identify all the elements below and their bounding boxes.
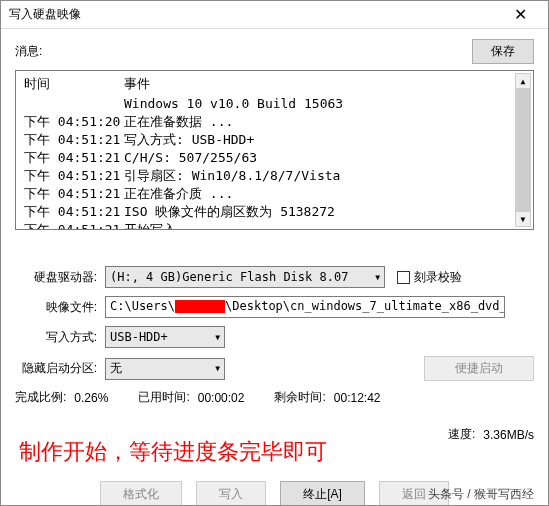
drive-row: 硬盘驱动器: (H:, 4 GB)Generic Flash Disk 8.07… (15, 266, 534, 288)
log-event: 写入方式: USB-HDD+ (124, 131, 254, 149)
percent-label: 完成比例: (15, 389, 66, 406)
mode-row: 写入方式: USB-HDD+ ▼ (15, 326, 534, 348)
hidden-partition-select[interactable]: 无 ▼ (105, 358, 225, 380)
image-row: 映像文件: C:\Users\\Desktop\cn_windows_7_ult… (15, 296, 534, 318)
image-label: 映像文件: (15, 299, 105, 316)
log-time: 下午 04:51:21 (24, 131, 124, 149)
scroll-up-icon[interactable]: ▲ (515, 73, 531, 89)
image-path-prefix: C:\Users\ (110, 299, 175, 313)
log-event: 开始写入 ... (124, 221, 207, 230)
speed-value: 3.36MB/s (483, 428, 534, 442)
image-path-suffix: \Desktop\cn_windows_7_ultimate_x86_dvd_x… (225, 299, 505, 313)
write-button: 写入 (196, 481, 266, 506)
redacted-block (175, 300, 225, 313)
chevron-down-icon: ▼ (215, 364, 220, 373)
log-box: 时间 事件 Windows 10 v10.0 Build 15063下午 04:… (15, 70, 534, 230)
footer-credit: 头条号 / 猴哥写西经 (428, 486, 534, 503)
speed-label: 速度: (448, 426, 475, 443)
convenient-boot-button: 便捷启动 (424, 356, 534, 381)
checkbox-icon (397, 271, 410, 284)
log-line: 下午 04:51:21开始写入 ... (24, 221, 525, 230)
log-line: 下午 04:51:21正在准备介质 ... (24, 185, 525, 203)
stop-button[interactable]: 终止[A] (280, 481, 365, 506)
scroll-down-icon[interactable]: ▼ (515, 211, 531, 227)
log-time (24, 95, 124, 113)
log-time: 下午 04:51:21 (24, 167, 124, 185)
close-icon[interactable]: ✕ (500, 1, 540, 29)
log-line: 下午 04:51:21ISO 映像文件的扇区数为 5138272 (24, 203, 525, 221)
form-section: 硬盘驱动器: (H:, 4 GB)Generic Flash Disk 8.07… (15, 266, 534, 506)
message-label: 消息: (15, 43, 472, 60)
elapsed-label: 已用时间: (138, 389, 189, 406)
log-time: 下午 04:51:21 (24, 149, 124, 167)
window-title: 写入硬盘映像 (9, 6, 500, 23)
mode-value: USB-HDD+ (110, 330, 168, 344)
save-button[interactable]: 保存 (472, 39, 534, 64)
log-event: C/H/S: 507/255/63 (124, 149, 257, 167)
verify-label: 刻录校验 (414, 269, 462, 286)
format-button: 格式化 (100, 481, 182, 506)
elapsed-value: 00:00:02 (198, 391, 245, 405)
log-header: 时间 事件 (24, 75, 525, 93)
percent-value: 0.26% (74, 391, 108, 405)
log-time: 下午 04:51:20 (24, 113, 124, 131)
log-line: Windows 10 v10.0 Build 15063 (24, 95, 525, 113)
message-row: 消息: 保存 (15, 39, 534, 64)
hidden-row: 隐藏启动分区: 无 ▼ 便捷启动 (15, 356, 534, 381)
drive-select[interactable]: (H:, 4 GB)Generic Flash Disk 8.07 ▼ (105, 266, 385, 288)
progress-row: 完成比例: 0.26% 已用时间: 00:00:02 剩余时间: 00:12:4… (15, 389, 534, 406)
log-line: 下午 04:51:21C/H/S: 507/255/63 (24, 149, 525, 167)
scroll-track[interactable] (515, 89, 531, 211)
write-mode-select[interactable]: USB-HDD+ ▼ (105, 326, 225, 348)
log-event: 正在准备数据 ... (124, 113, 233, 131)
scroll-thumb[interactable] (515, 89, 531, 211)
log-header-event: 事件 (124, 75, 150, 93)
drive-label: 硬盘驱动器: (15, 269, 105, 286)
log-time: 下午 04:51:21 (24, 203, 124, 221)
log-event: 引导扇区: Win10/8.1/8/7/Vista (124, 167, 340, 185)
log-line: 下午 04:51:20正在准备数据 ... (24, 113, 525, 131)
log-event: Windows 10 v10.0 Build 15063 (124, 95, 343, 113)
overlay-annotation: 制作开始，等待进度条完毕即可 (19, 437, 327, 467)
log-event: ISO 映像文件的扇区数为 5138272 (124, 203, 335, 221)
log-header-time: 时间 (24, 75, 124, 93)
hidden-value: 无 (110, 360, 122, 377)
log-line: 下午 04:51:21引导扇区: Win10/8.1/8/7/Vista (24, 167, 525, 185)
chevron-down-icon: ▼ (215, 333, 220, 342)
remaining-value: 00:12:42 (334, 391, 381, 405)
titlebar: 写入硬盘映像 ✕ (1, 1, 548, 29)
log-line: 下午 04:51:21写入方式: USB-HDD+ (24, 131, 525, 149)
log-time: 下午 04:51:21 (24, 185, 124, 203)
scrollbar[interactable]: ▲ ▼ (515, 73, 531, 227)
verify-checkbox[interactable]: 刻录校验 (397, 269, 462, 286)
drive-value: (H:, 4 GB)Generic Flash Disk 8.07 (110, 270, 348, 284)
hidden-label: 隐藏启动分区: (15, 360, 105, 377)
log-time: 下午 04:51:21 (24, 221, 124, 230)
image-file-input[interactable]: C:\Users\\Desktop\cn_windows_7_ultimate_… (105, 296, 505, 318)
dialog-content: 消息: 保存 时间 事件 Windows 10 v10.0 Build 1506… (1, 29, 548, 506)
remaining-label: 剩余时间: (274, 389, 325, 406)
log-event: 正在准备介质 ... (124, 185, 233, 203)
mode-label: 写入方式: (15, 329, 105, 346)
chevron-down-icon: ▼ (375, 273, 380, 282)
